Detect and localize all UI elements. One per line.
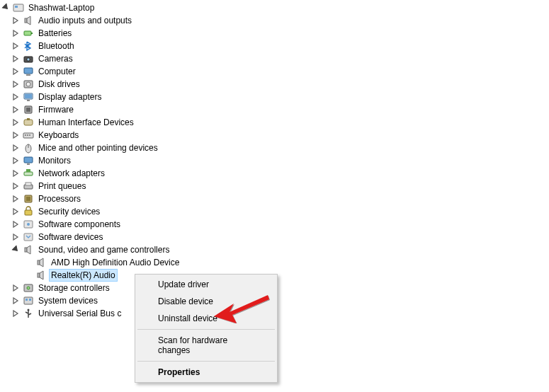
tree-node-label: Security devices (37, 206, 101, 217)
chevron-right-icon[interactable] (13, 157, 20, 164)
chevron-right-icon[interactable] (13, 17, 20, 24)
tree-node-label: Software devices (37, 231, 104, 243)
bluetooth-icon (23, 40, 34, 52)
tree-root-row[interactable]: Shashwat-Laptop (3, 1, 549, 14)
tree-node[interactable]: Cameras (3, 52, 549, 65)
swcomp-icon (23, 219, 34, 230)
chevron-right-icon[interactable] (13, 234, 20, 241)
context-menu-item[interactable]: Properties (137, 364, 276, 381)
context-menu-item-label: Properties (158, 367, 200, 377)
tree-node-label: Network adapters (37, 168, 106, 179)
chevron-down-icon[interactable] (13, 246, 20, 253)
chevron-right-icon[interactable] (13, 310, 20, 317)
tree-node-label: Computer (37, 66, 77, 77)
tree-node[interactable]: Audio inputs and outputs (3, 14, 549, 27)
context-menu-item-label: Scan for hardware changes (158, 335, 227, 355)
tree-node-label: Print queues (37, 180, 87, 192)
chevron-placeholder (26, 272, 33, 279)
chevron-right-icon[interactable] (13, 183, 20, 190)
tree-node-label: System devices (37, 295, 99, 306)
tree-node[interactable]: Sound, video and game controllers (3, 243, 549, 256)
chevron-right-icon[interactable] (13, 81, 20, 88)
computer-root-icon (13, 2, 24, 13)
tree-node-label: Audio inputs and outputs (37, 15, 133, 26)
tree-node[interactable]: Monitors (3, 154, 549, 167)
tree-root-label: Shashwat-Laptop (27, 2, 96, 13)
speaker-icon (35, 270, 47, 281)
tree-node-label: Disk drives (37, 79, 81, 90)
tree-node[interactable]: Human Interface Devices (3, 116, 549, 129)
context-menu-item[interactable]: Scan for hardware changes (137, 332, 276, 359)
hid-icon (23, 117, 34, 128)
tree-node[interactable]: Network adapters (3, 167, 549, 180)
chevron-right-icon[interactable] (13, 297, 20, 304)
chevron-down-icon[interactable] (3, 4, 10, 11)
tree-node-label: Processors (37, 193, 82, 204)
device-tree: Shashwat-Laptop Audio inputs and outputs… (0, 0, 549, 320)
tree-node[interactable]: Print queues (3, 180, 549, 192)
tree-node-label: Realtek(R) Audio (50, 270, 117, 281)
context-menu-separator (137, 361, 275, 362)
chevron-right-icon[interactable] (13, 221, 20, 228)
tree-node[interactable]: Display adapters (3, 91, 549, 103)
tree-node[interactable]: Software components (3, 218, 549, 231)
context-menu-item[interactable]: Disable device (137, 293, 276, 310)
tree-node-label: Storage controllers (37, 282, 111, 294)
swdev-icon (23, 231, 34, 243)
tree-node[interactable]: Keyboards (3, 129, 549, 142)
tree-node-label: Sound, video and game controllers (37, 244, 171, 255)
tree-node[interactable]: Security devices (3, 205, 549, 218)
tree-node[interactable]: Batteries (3, 27, 549, 40)
chip-icon (23, 104, 34, 115)
tree-node[interactable]: Bluetooth (3, 40, 549, 52)
printer-icon (23, 180, 34, 192)
storage-icon (23, 282, 34, 294)
tree-node[interactable]: AMD High Definition Audio Device (3, 256, 549, 269)
chevron-right-icon[interactable] (13, 119, 20, 126)
tree-node-label: Firmware (37, 104, 75, 115)
chevron-right-icon[interactable] (13, 144, 20, 151)
tree-node-label: Software components (37, 219, 122, 230)
context-menu-item[interactable]: Uninstall device (137, 310, 276, 327)
tree-node-label: Display adapters (37, 91, 103, 103)
tree-node-label: Monitors (37, 155, 72, 166)
tree-node[interactable]: Disk drives (3, 78, 549, 91)
tree-node-label: Cameras (37, 53, 74, 64)
tree-node-label: Mice and other pointing devices (37, 142, 159, 154)
chevron-right-icon[interactable] (13, 30, 20, 37)
chevron-right-icon[interactable] (13, 93, 20, 100)
chevron-right-icon[interactable] (13, 68, 20, 75)
speaker-icon (35, 257, 47, 268)
tree-node[interactable]: Computer (3, 65, 549, 78)
tree-node[interactable]: Firmware (3, 103, 549, 116)
usb-icon (23, 308, 34, 319)
tree-node[interactable]: Mice and other pointing devices (3, 142, 549, 154)
chevron-right-icon[interactable] (13, 284, 20, 292)
context-menu-item[interactable]: Update driver (137, 276, 276, 293)
chevron-right-icon[interactable] (13, 208, 20, 215)
speaker-icon (23, 15, 34, 26)
tree-node-label: Keyboards (37, 129, 80, 141)
security-icon (23, 206, 34, 217)
computer-icon (23, 66, 34, 77)
speaker-icon (23, 244, 34, 255)
camera-icon (23, 53, 34, 64)
chevron-placeholder (26, 259, 33, 266)
tree-node-label: AMD High Definition Audio Device (50, 257, 181, 268)
chevron-right-icon[interactable] (13, 42, 20, 50)
disk-icon (23, 79, 34, 90)
context-menu-item-label: Update driver (158, 279, 209, 289)
chevron-right-icon[interactable] (13, 195, 20, 202)
tree-node[interactable]: Processors (3, 192, 549, 205)
context-menu: Update driverDisable deviceUninstall dev… (135, 274, 278, 383)
system-icon (23, 295, 34, 306)
chevron-right-icon[interactable] (13, 106, 20, 113)
tree-node[interactable]: Software devices (3, 231, 549, 243)
chevron-right-icon[interactable] (13, 55, 20, 62)
monitor-icon (23, 155, 34, 166)
tree-node-label: Batteries (37, 28, 73, 39)
context-menu-separator (137, 329, 275, 330)
chevron-right-icon[interactable] (13, 132, 20, 139)
network-icon (23, 168, 34, 179)
chevron-right-icon[interactable] (13, 170, 20, 177)
